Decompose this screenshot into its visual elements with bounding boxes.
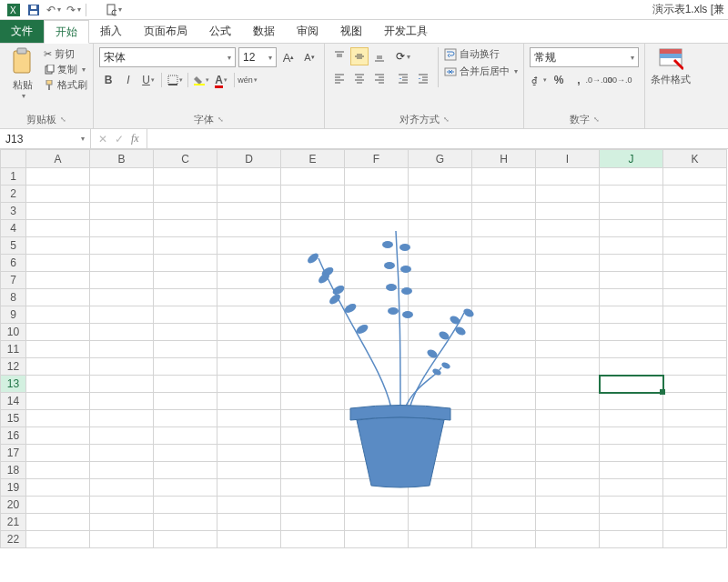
cell[interactable] (600, 497, 663, 514)
dialog-launcher-icon[interactable]: ⤡ (593, 115, 600, 124)
cell[interactable] (600, 445, 663, 462)
cell[interactable] (536, 410, 600, 427)
cell[interactable] (26, 255, 90, 272)
font-size-select[interactable]: 12▾ (238, 47, 277, 67)
align-middle-button[interactable] (350, 47, 369, 65)
cell[interactable] (26, 168, 90, 186)
cell[interactable] (663, 376, 727, 393)
cell[interactable] (26, 445, 90, 462)
column-header[interactable]: I (536, 150, 600, 168)
cell[interactable] (472, 376, 536, 393)
row-header[interactable]: 11 (1, 341, 26, 358)
cell[interactable] (26, 376, 90, 393)
cell[interactable] (409, 168, 472, 186)
cell[interactable] (90, 289, 154, 306)
cell[interactable] (663, 497, 727, 514)
cell[interactable] (345, 237, 409, 255)
cell[interactable] (154, 306, 217, 324)
cell[interactable] (409, 479, 472, 497)
cell[interactable] (154, 168, 217, 186)
cell[interactable] (345, 514, 409, 531)
name-box[interactable]: J13 (0, 129, 91, 148)
column-header[interactable]: C (154, 150, 217, 168)
cell[interactable] (536, 358, 600, 376)
cell[interactable] (600, 427, 663, 445)
cell[interactable] (217, 462, 281, 479)
increase-font-icon[interactable]: A▴ (279, 48, 298, 66)
cell[interactable] (154, 427, 217, 445)
format-painter-button[interactable]: 格式刷 (44, 78, 87, 92)
cell[interactable] (217, 220, 281, 237)
cell[interactable] (281, 306, 345, 324)
row-header[interactable]: 21 (1, 514, 26, 531)
cell[interactable] (663, 186, 727, 203)
cell[interactable] (663, 203, 727, 220)
cell[interactable] (409, 410, 472, 427)
cell[interactable] (600, 393, 663, 410)
cell[interactable] (536, 220, 600, 237)
cell[interactable] (472, 410, 536, 427)
cell[interactable] (345, 220, 409, 237)
cell[interactable] (536, 531, 600, 548)
dialog-launcher-icon[interactable]: ⤡ (60, 115, 66, 124)
cell[interactable] (90, 220, 154, 237)
cell[interactable] (472, 479, 536, 497)
cell[interactable] (217, 255, 281, 272)
align-right-button[interactable] (370, 69, 389, 87)
cell[interactable] (217, 514, 281, 531)
cell[interactable] (154, 272, 217, 289)
cell[interactable] (281, 289, 345, 306)
cell[interactable] (536, 255, 600, 272)
cell[interactable] (154, 462, 217, 479)
cell[interactable] (600, 186, 663, 203)
cell[interactable] (472, 255, 536, 272)
cell[interactable] (281, 427, 345, 445)
cell[interactable] (663, 324, 727, 341)
row-header[interactable]: 8 (1, 289, 26, 306)
cell[interactable] (472, 445, 536, 462)
cell[interactable] (536, 272, 600, 289)
cell[interactable] (409, 462, 472, 479)
column-header[interactable]: D (217, 150, 281, 168)
cell[interactable] (663, 255, 727, 272)
cell[interactable] (536, 324, 600, 341)
cell[interactable] (90, 237, 154, 255)
tab-home[interactable]: 开始 (44, 20, 89, 44)
cell[interactable] (536, 237, 600, 255)
cell[interactable] (600, 289, 663, 306)
cell[interactable] (281, 376, 345, 393)
cell[interactable] (281, 168, 345, 186)
cell[interactable] (409, 289, 472, 306)
cell[interactable] (536, 203, 600, 220)
cell[interactable] (281, 393, 345, 410)
cell[interactable] (472, 514, 536, 531)
cell[interactable] (154, 479, 217, 497)
cell[interactable] (217, 289, 281, 306)
cell[interactable] (154, 410, 217, 427)
cell[interactable] (663, 237, 727, 255)
align-bottom-button[interactable] (370, 47, 389, 65)
cell[interactable] (409, 358, 472, 376)
cell[interactable] (663, 306, 727, 324)
save-icon[interactable] (25, 2, 42, 18)
bold-button[interactable]: B (99, 71, 117, 89)
cell[interactable] (26, 393, 90, 410)
cell[interactable] (281, 237, 345, 255)
row-header[interactable]: 6 (1, 255, 26, 272)
cell[interactable] (90, 186, 154, 203)
cell[interactable] (281, 514, 345, 531)
cell[interactable] (663, 341, 727, 358)
cell[interactable] (26, 306, 90, 324)
cell[interactable] (281, 497, 345, 514)
cell[interactable] (600, 341, 663, 358)
cell[interactable] (90, 514, 154, 531)
cell[interactable] (472, 427, 536, 445)
row-header[interactable]: 1 (1, 168, 26, 186)
column-header[interactable]: E (281, 150, 345, 168)
cell[interactable] (154, 220, 217, 237)
row-header[interactable]: 3 (1, 203, 26, 220)
column-header[interactable]: F (345, 150, 409, 168)
cell[interactable] (663, 358, 727, 376)
align-left-button[interactable] (330, 69, 349, 87)
cell[interactable] (217, 186, 281, 203)
